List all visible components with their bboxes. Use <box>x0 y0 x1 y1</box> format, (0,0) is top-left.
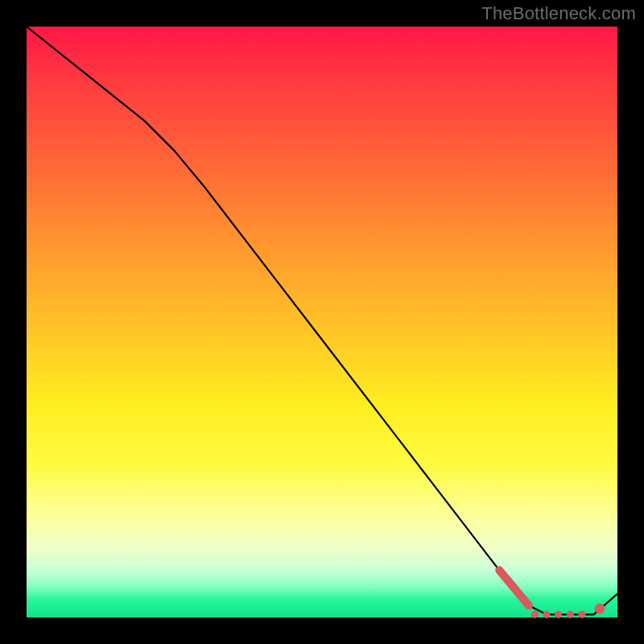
chart-overlay <box>27 27 617 617</box>
chart-plot-area <box>27 27 617 617</box>
flat-dot-5 <box>579 611 585 617</box>
flat-dot-3 <box>555 611 561 617</box>
flat-dot-1 <box>531 611 538 617</box>
end-dot <box>595 604 605 613</box>
flat-dot-4 <box>567 611 573 617</box>
marker-dots <box>531 604 605 618</box>
chart-frame: TheBottleneck.com <box>0 0 644 644</box>
bottleneck-curve <box>27 27 617 614</box>
highlight-segment <box>499 570 529 605</box>
watermark-text: TheBottleneck.com <box>481 3 636 24</box>
flat-dot-2 <box>543 611 550 617</box>
